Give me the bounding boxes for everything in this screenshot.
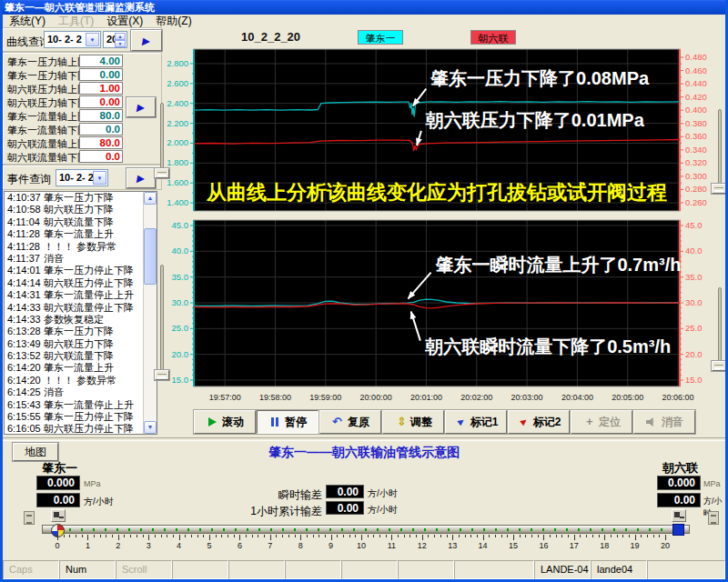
pump-icon[interactable] (51, 509, 66, 522)
event-row[interactable]: 6:13:52朝六联流量下降 (5, 350, 157, 362)
scrollbar-thumb[interactable] (144, 228, 157, 285)
event-row[interactable]: 6:13:28肇东一压力下降 (5, 326, 157, 337)
event-row[interactable]: 6:16:05朝六联压力停止下降 (5, 423, 157, 435)
menu-item-1[interactable]: 系统(Y) (3, 15, 52, 28)
event-text: 朝六联压力下降 (44, 338, 114, 350)
chevron-down-icon[interactable]: ▼ (86, 33, 99, 46)
event-text: 朝六联压力停止下降 (44, 423, 134, 435)
axis-limit-row: 朝六联流量轴下限0.0 (5, 150, 159, 164)
event-text: 肇东一流量停止上升 (44, 289, 134, 301)
ruler-major-tick (331, 535, 332, 540)
event-row[interactable]: 4:11:28肇东一流量上升 (5, 228, 157, 240)
pump-icon[interactable] (672, 509, 686, 522)
map-button[interactable]: 地图 (13, 443, 58, 461)
event-row[interactable]: 4:10:58朝六联压力下降 (5, 204, 157, 216)
ruler-tick-label: 19 (626, 541, 644, 550)
axis-limit-input[interactable]: 0.00 (79, 68, 123, 81)
event-time: 6:15:43 (5, 399, 44, 411)
event-text: 肇东一压力下降 (44, 326, 114, 337)
ruler-minor-tick (556, 535, 557, 537)
spin-up-icon[interactable]: ▲ (115, 33, 126, 40)
ruler-major-tick (300, 535, 301, 540)
curve-query-combo[interactable]: 10- 2- 2 ▼ (44, 31, 101, 48)
event-row[interactable]: 4:14:31肇东一流量停止上升 (5, 289, 157, 301)
menu-item-4[interactable]: 帮助(Z) (149, 15, 197, 28)
event-row[interactable]: 4:11:04朝六联流量下降 (5, 216, 157, 228)
event-row[interactable]: 6:14:20肇东一流量上升 (5, 362, 157, 374)
axis-limit-input[interactable]: 80.0 (79, 136, 123, 149)
ruler-minor-tick (368, 535, 369, 537)
axis-limit-input[interactable]: 0.0 (79, 123, 123, 135)
svg-text:25.0: 25.0 (172, 323, 189, 333)
toolbar-pause-button[interactable]: 暂停 (257, 410, 318, 434)
chevron-down-icon[interactable]: ▼ (93, 171, 106, 185)
event-time: 6:16:05 (5, 423, 44, 435)
event-time: 4:11:28 (5, 241, 44, 253)
axis-limit-input[interactable]: 0.00 (79, 95, 123, 108)
event-row[interactable]: 4:11:28！！！ 参数异常 (5, 241, 157, 253)
svg-text:40.0: 40.0 (685, 246, 703, 256)
event-row[interactable]: 6:13:49朝六联压力下降 (5, 338, 157, 350)
right-station-flow: 0.00 (657, 493, 701, 507)
event-row[interactable]: 4:10:37肇东一压力下降 (5, 192, 157, 204)
axis-limit-input[interactable]: 80.0 (79, 109, 123, 122)
ruler-major-tick (361, 535, 362, 540)
ruler-major-tick (87, 535, 88, 540)
ruler-minor-tick (252, 535, 253, 537)
axis-limit-input[interactable]: 1.00 (79, 82, 123, 95)
ruler-minor-tick (629, 535, 630, 537)
status-cell-empty-8 (454, 560, 534, 579)
toolbar-adjust-button[interactable]: 调整 (382, 410, 444, 434)
ruler-minor-tick (520, 535, 521, 537)
event-row[interactable]: 4:14:01肇东一压力停止下降 (5, 265, 157, 276)
ruler-minor-tick (386, 535, 387, 537)
svg-text:25.0: 25.0 (685, 323, 703, 333)
event-row[interactable]: 4:11:37消音 (5, 253, 157, 265)
axis-limits-apply-button[interactable]: ► (126, 97, 156, 117)
spin-down-icon[interactable]: ▼ (115, 40, 126, 47)
axis-limit-input[interactable]: 0.0 (79, 150, 123, 163)
event-row[interactable]: 4:14:33朝六联流量停止下降 (5, 302, 157, 314)
ruler-minor-tick (379, 535, 380, 537)
event-row[interactable]: 6:14:20！！！ 参数异常 (5, 375, 157, 386)
scroll-down-icon[interactable]: ▼ (144, 421, 157, 434)
ruler-minor-tick (617, 535, 618, 537)
status-cell-empty-6 (341, 560, 398, 579)
curve-query-go-button[interactable]: ► (131, 30, 162, 51)
event-query-combo[interactable]: 10- 2- 2 ▼ (56, 169, 108, 186)
ruler-minor-tick (143, 535, 144, 537)
ruler-minor-tick (82, 535, 83, 537)
flow-chart-right-slider[interactable] (712, 361, 726, 371)
ruler-major-tick (422, 535, 423, 540)
toolbar-mark2-button[interactable]: 标记2 (508, 410, 570, 434)
toolbar-restore-button[interactable]: 复原 (319, 410, 381, 434)
flow-chart-left-slider[interactable] (155, 370, 169, 380)
pressure-chart-right-slider[interactable] (712, 184, 726, 194)
scroll-up-icon[interactable]: ▲ (144, 192, 157, 205)
event-query-value: 10- 2- 2 (59, 172, 94, 183)
pressure-chart[interactable]: 2.8002.6002.4002.2002.0001.8001.6001.400… (167, 45, 716, 218)
event-row[interactable]: 6:15:55肇东一压力停止下降 (5, 411, 157, 423)
event-row[interactable]: 6:14:25消音 (5, 386, 157, 398)
pipeline-diagram-title: 肇东一——朝六联输油管线示意图 (182, 445, 546, 461)
ruler-minor-tick (234, 535, 235, 537)
event-row[interactable]: 6:15:43肇东一流量停止上升 (5, 399, 157, 411)
toolbar-scroll-button[interactable]: 滚动 (194, 410, 256, 434)
event-query-go-button[interactable]: ► (126, 168, 156, 188)
curve-query-count-spinner[interactable]: 20 ▲▼ (103, 31, 127, 48)
svg-text:20:04:00: 20:04:00 (561, 393, 593, 402)
play-icon (206, 416, 218, 427)
event-list-scrollbar[interactable]: ▲ ▼ (143, 192, 157, 434)
axis-limit-input[interactable]: 4.00 (79, 55, 123, 67)
event-row[interactable]: 4:14:33参数恢复稳定 (5, 314, 157, 326)
divider (0, 437, 728, 441)
ruler-minor-tick (124, 535, 125, 537)
toolbar-mark1-button[interactable]: 标记1 (445, 410, 507, 434)
menu-item-3[interactable]: 设置(X) (100, 15, 149, 28)
event-time: 4:14:01 (5, 265, 44, 276)
flow-chart[interactable]: 19:57:0019:58:0019:59:0020:00:0020:01:00… (167, 216, 716, 409)
pressure-chart-left-slider[interactable] (155, 168, 169, 178)
event-row[interactable]: 4:14:14朝六联压力停止下降 (5, 277, 157, 289)
axis-limit-label: 朝六联压力轴上限 (7, 83, 87, 96)
right-station-pressure: 0.000 (657, 476, 701, 490)
